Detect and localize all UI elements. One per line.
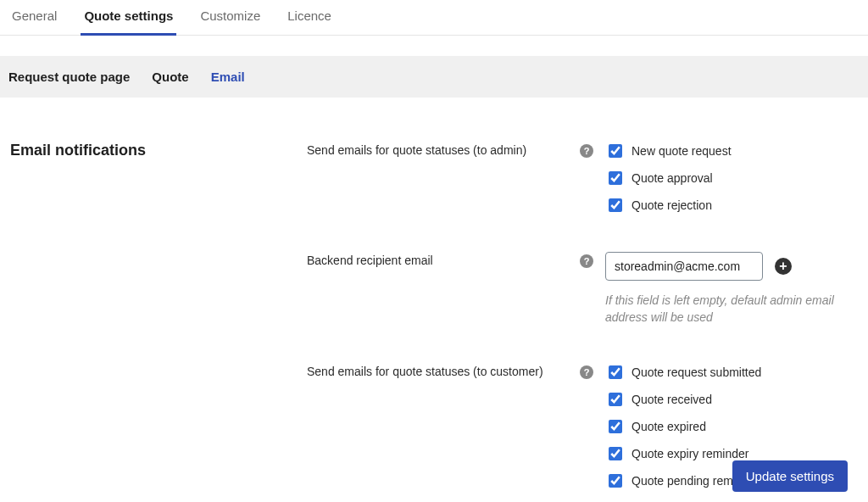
tab-quote-settings[interactable]: Quote settings [81,0,176,35]
checkbox-new-quote-request-label: New quote request [632,144,732,158]
settings-content: Email notifications Send emails for quot… [0,98,868,502]
update-settings-button[interactable]: Update settings [732,460,848,492]
checkbox-quote-approval-input[interactable] [609,171,622,185]
checkbox-request-submitted-label: Quote request submitted [632,365,761,379]
field-admin-statuses: Send emails for quote statuses (to admin… [307,142,858,215]
add-email-icon[interactable]: + [775,258,792,275]
subtab-request-quote-page[interactable]: Request quote page [8,70,130,84]
help-icon[interactable]: ? [580,144,593,158]
field-backend-email-label: Backend recipient email [307,252,580,267]
checkbox-quote-expired-label: Quote expired [632,420,706,433]
checkbox-pending-reminder-input[interactable] [609,474,622,488]
subtab-email[interactable]: Email [211,70,245,84]
backend-email-helper: If this field is left empty, default adm… [605,293,858,326]
checkbox-request-submitted-input[interactable] [609,365,622,379]
section-title: Email notifications [10,142,307,490]
checkbox-quote-received-label: Quote received [632,393,712,406]
field-admin-statuses-label: Send emails for quote statuses (to admin… [307,142,580,157]
checkbox-quote-rejection-label: Quote rejection [632,198,712,212]
top-tabs: General Quote settings Customize Licence [0,0,868,36]
checkbox-quote-approval-label: Quote approval [632,171,713,185]
help-icon[interactable]: ? [580,365,593,379]
field-backend-email: Backend recipient email ? + If this fiel… [307,252,858,326]
checkbox-quote-rejection[interactable]: Quote rejection [605,196,858,215]
checkbox-quote-expired-input[interactable] [609,420,622,433]
checkbox-quote-received[interactable]: Quote received [605,390,858,409]
tab-general[interactable]: General [8,0,60,35]
checkbox-quote-rejection-input[interactable] [609,198,622,212]
checkbox-quote-expired[interactable]: Quote expired [605,417,858,436]
subtab-quote[interactable]: Quote [152,70,188,84]
checkbox-new-quote-request-input[interactable] [609,144,622,158]
checkbox-expiry-reminder-input[interactable] [609,447,622,460]
checkbox-request-submitted[interactable]: Quote request submitted [605,363,858,382]
backend-email-input[interactable] [605,252,763,281]
checkbox-quote-approval[interactable]: Quote approval [605,169,858,187]
checkbox-new-quote-request[interactable]: New quote request [605,142,858,160]
help-icon[interactable]: ? [580,254,593,268]
checkbox-expiry-reminder-label: Quote expiry reminder [632,447,749,460]
field-customer-statuses-label: Send emails for quote statuses (to custo… [307,363,580,378]
tab-licence[interactable]: Licence [284,0,335,35]
checkbox-quote-received-input[interactable] [609,393,622,406]
sub-tabs: Request quote page Quote Email [0,56,868,98]
tab-customize[interactable]: Customize [197,0,264,35]
